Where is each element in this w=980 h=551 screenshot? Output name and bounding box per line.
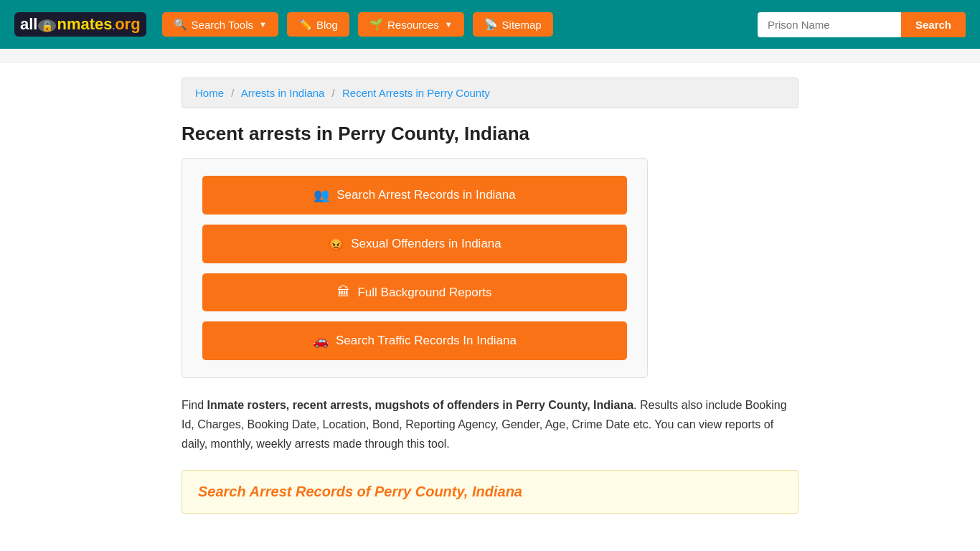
offender-icon: 😡 (328, 236, 344, 252)
breadcrumb-home[interactable]: Home (195, 87, 224, 99)
breadcrumb-arrests[interactable]: Arrests in Indiana (241, 87, 325, 99)
traffic-records-button[interactable]: 🚗 Search Traffic Records In Indiana (202, 321, 627, 360)
people-icon: 👥 (314, 187, 329, 203)
logo-text: all🔒nmates.org (20, 15, 141, 34)
breadcrumb-sep-2: / (332, 87, 335, 99)
breadcrumb-current: Recent Arrests in Perry County (342, 87, 490, 99)
sub-header-bar (0, 49, 980, 63)
page-title: Recent arrests in Perry County, Indiana (182, 123, 798, 145)
prison-search-input[interactable] (758, 12, 901, 37)
site-header: all🔒nmates.org 🔍 Search Tools ▼ ✏️ Blog … (0, 0, 980, 49)
breadcrumb: Home / Arrests in Indiana / Recent Arres… (182, 77, 798, 108)
search-section-title: Search Arrest Records of Perry County, I… (198, 484, 782, 500)
sexual-offenders-button[interactable]: 😡 Sexual Offenders in Indiana (202, 225, 627, 263)
resources-icon: 🌱 (369, 18, 383, 31)
arrest-records-button[interactable]: 👥 Search Arrest Records in Indiana (202, 176, 627, 215)
description-bold: Inmate rosters, recent arrests, mugshots… (207, 399, 634, 411)
chevron-down-icon: ▼ (259, 20, 267, 29)
main-content: Home / Arrests in Indiana / Recent Arres… (167, 63, 813, 528)
breadcrumb-sep-1: / (231, 87, 234, 99)
description-text: Find Inmate rosters, recent arrests, mug… (182, 395, 798, 454)
resources-button[interactable]: 🌱 Resources ▼ (358, 12, 464, 37)
header-search-button[interactable]: Search (901, 12, 966, 37)
background-reports-button[interactable]: 🏛 Full Background Reports (202, 273, 627, 311)
sitemap-icon: 📡 (484, 18, 498, 31)
car-icon: 🚗 (313, 333, 329, 349)
blog-button[interactable]: ✏️ Blog (287, 12, 349, 37)
search-tools-button[interactable]: 🔍 Search Tools ▼ (162, 12, 278, 37)
header-search: Search (758, 12, 966, 37)
search-section: Search Arrest Records of Perry County, I… (182, 470, 798, 514)
action-card: 👥 Search Arrest Records in Indiana 😡 Sex… (182, 158, 648, 378)
building-icon: 🏛 (337, 285, 350, 300)
search-icon: 🔍 (174, 18, 187, 31)
chevron-down-icon: ▼ (445, 20, 453, 29)
sitemap-button[interactable]: 📡 Sitemap (473, 12, 553, 37)
blog-icon: ✏️ (298, 18, 312, 31)
site-logo[interactable]: all🔒nmates.org (14, 12, 146, 37)
